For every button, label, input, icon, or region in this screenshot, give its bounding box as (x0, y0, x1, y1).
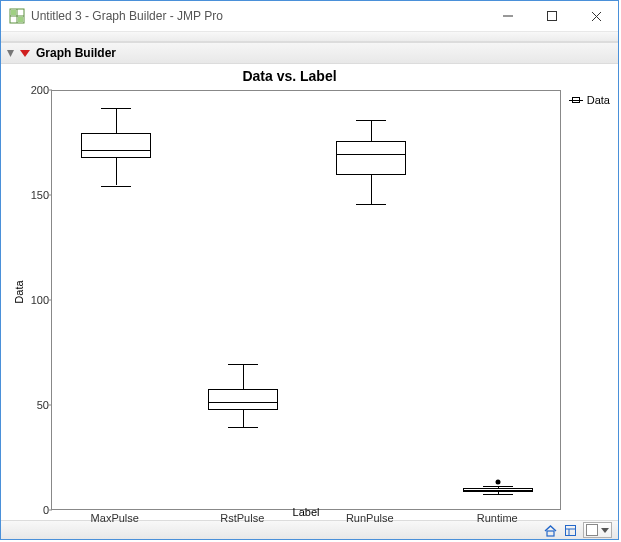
app-window: Untitled 3 - Graph Builder - JMP Pro Gra… (0, 0, 619, 540)
titlebar[interactable]: Untitled 3 - Graph Builder - JMP Pro (1, 1, 618, 32)
background-color-button[interactable] (583, 522, 612, 538)
boxplot[interactable] (453, 91, 543, 511)
window-controls (486, 1, 618, 31)
report-icon[interactable] (563, 523, 577, 537)
svg-marker-10 (20, 50, 30, 57)
section-header[interactable]: Graph Builder (1, 42, 618, 64)
legend[interactable]: Data (569, 94, 610, 106)
svg-rect-6 (548, 12, 557, 21)
svg-rect-11 (547, 531, 554, 536)
home-icon[interactable] (543, 523, 557, 537)
svg-rect-12 (565, 525, 575, 535)
y-tick-label: 0 (1, 504, 49, 516)
app-icon (9, 8, 25, 24)
window-title: Untitled 3 - Graph Builder - JMP Pro (31, 9, 486, 23)
plot-frame[interactable] (51, 90, 561, 510)
close-button[interactable] (574, 1, 618, 31)
chevron-down-icon (601, 526, 609, 534)
y-tick-label: 50 (1, 399, 49, 411)
maximize-button[interactable] (530, 1, 574, 31)
boxplot[interactable] (198, 91, 288, 511)
legend-series-label: Data (587, 94, 610, 106)
toolbar-strip (1, 32, 618, 42)
disclosure-triangle-icon[interactable] (5, 48, 15, 58)
svg-rect-3 (11, 10, 16, 15)
svg-marker-15 (601, 528, 609, 533)
y-tick-label: 200 (1, 84, 49, 96)
section-title: Graph Builder (36, 46, 116, 60)
svg-marker-9 (7, 50, 14, 57)
svg-rect-4 (18, 17, 23, 22)
chart-title: Data vs. Label (1, 68, 578, 84)
boxplot-legend-icon (569, 95, 583, 105)
hotspot-menu-icon[interactable] (19, 47, 31, 59)
chart-area[interactable]: Data vs. Label Data Data 050100150200 Ma… (1, 64, 618, 520)
boxplot[interactable] (71, 91, 161, 511)
x-axis-label[interactable]: Label (51, 506, 561, 518)
y-tick-label: 100 (1, 294, 49, 306)
outlier-point (496, 479, 501, 484)
boxplot[interactable] (326, 91, 416, 511)
y-tick-label: 150 (1, 189, 49, 201)
color-swatch (586, 524, 598, 536)
minimize-button[interactable] (486, 1, 530, 31)
